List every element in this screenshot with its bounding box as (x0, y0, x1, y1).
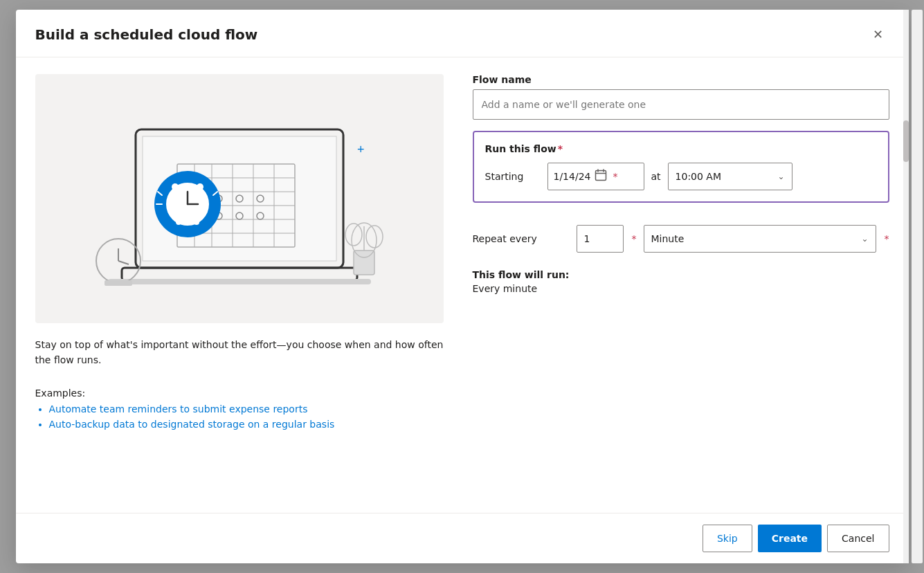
svg-point-41 (345, 224, 362, 246)
time-select[interactable]: 10:00 AM ⌄ (668, 163, 792, 190)
flow-name-field-group: Flow name (473, 74, 889, 120)
required-star: * (558, 143, 563, 154)
date-value: 1/14/24 (554, 171, 591, 182)
example-item-2: Auto-backup data to designated storage o… (49, 417, 451, 432)
close-icon: ✕ (873, 27, 883, 42)
starting-label: Starting (485, 171, 541, 182)
date-required-star: * (613, 171, 617, 182)
examples-title: Examples: (35, 388, 451, 399)
dialog-footer: Skip Create Cancel (16, 513, 909, 563)
date-input[interactable]: 1/14/24 * (547, 163, 644, 190)
examples-list: Automate team reminders to submit expens… (35, 401, 451, 433)
interval-required-star: * (885, 233, 889, 244)
flow-will-run-value: Every minute (473, 283, 889, 294)
calendar-icon (595, 169, 607, 184)
skip-button[interactable]: Skip (703, 525, 752, 552)
svg-rect-2 (122, 268, 357, 280)
starting-row: Starting 1/14/24 * (485, 163, 877, 190)
cancel-button[interactable]: Cancel (827, 525, 889, 552)
at-label: at (651, 171, 661, 182)
left-panel: + (35, 74, 451, 496)
svg-rect-43 (596, 171, 606, 181)
run-flow-box: Run this flow* Starting 1/14/24 (473, 131, 889, 203)
right-panel: Flow name Run this flow* Starting 1/14/2… (473, 74, 889, 496)
repeat-required-star: * (632, 233, 637, 244)
svg-point-42 (366, 226, 383, 248)
flow-name-input[interactable] (473, 89, 889, 120)
description-text: Stay on top of what's important without … (35, 337, 451, 368)
dialog-body: + (16, 57, 909, 513)
illustration-svg: + (66, 88, 413, 309)
interval-value: Minute (651, 233, 685, 244)
interval-select[interactable]: Minute ⌄ (644, 225, 876, 253)
repeat-row: Repeat every * Minute ⌄ * (473, 225, 889, 253)
examples-section: Examples: Automate team reminders to sub… (35, 382, 451, 433)
flow-will-run-title: This flow will run: (473, 269, 889, 280)
illustration: + (35, 74, 444, 323)
repeat-number-input[interactable] (577, 225, 624, 253)
scrollbar-track[interactable] (903, 10, 909, 563)
flow-will-run: This flow will run: Every minute (473, 269, 889, 294)
flow-name-label: Flow name (473, 74, 889, 85)
interval-chevron-icon: ⌄ (861, 234, 868, 244)
example-item-1: Automate team reminders to submit expens… (49, 401, 451, 417)
repeat-label: Repeat every (473, 233, 570, 244)
dialog-overlay: Build a scheduled cloud flow ✕ (0, 0, 924, 573)
time-chevron-icon: ⌄ (778, 172, 785, 181)
time-value: 10:00 AM (676, 171, 721, 182)
dialog-header: Build a scheduled cloud flow ✕ (16, 10, 909, 57)
close-button[interactable]: ✕ (867, 24, 889, 46)
svg-rect-37 (105, 280, 132, 286)
dialog-title: Build a scheduled cloud flow (35, 26, 258, 43)
scrollbar-thumb[interactable] (903, 120, 909, 162)
create-button[interactable]: Create (758, 525, 822, 552)
svg-text:+: + (357, 143, 365, 156)
svg-line-36 (118, 261, 129, 264)
svg-rect-3 (108, 279, 371, 284)
dialog: Build a scheduled cloud flow ✕ (16, 10, 909, 563)
run-flow-title: Run this flow* (485, 143, 877, 154)
